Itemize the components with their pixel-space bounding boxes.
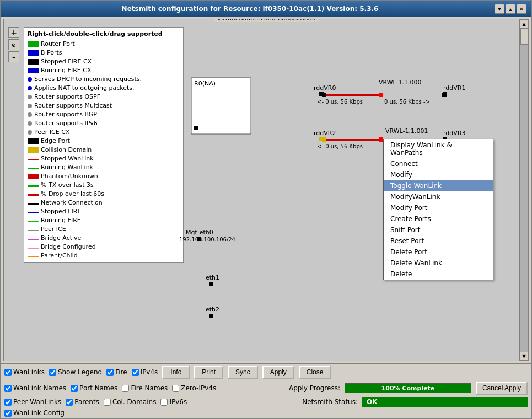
svg-rect-26 (209, 282, 213, 286)
scroll-left-button[interactable]: ◄ (4, 361, 13, 362)
close-button[interactable]: ✕ (517, 4, 526, 14)
ipv6s-label: IPv6s (169, 398, 187, 406)
svg-rect-11 (442, 93, 447, 97)
context-menu-create-ports[interactable]: Create Ports (384, 213, 493, 224)
apply-progress-value: 100% Complete (381, 385, 435, 392)
fire-label: Fire (115, 368, 127, 376)
serves-dhcp-dot (28, 77, 32, 82)
info-button[interactable]: Info (162, 366, 190, 379)
svg-text:eth2: eth2 (206, 306, 219, 313)
zoom-fit-button[interactable]: ⊙ (8, 39, 19, 50)
phantom-swatch (28, 174, 39, 179)
ipv6s-checkbox[interactable] (160, 399, 168, 406)
legend-running-wanlink: Running WanLink (28, 163, 180, 172)
context-menu-modify[interactable]: Modify (384, 169, 493, 180)
wanlink-config-checkbox-label[interactable]: WanLink Config (4, 409, 65, 417)
wanlinks-label: WanLinks (13, 368, 45, 376)
close-button-toolbar[interactable]: Close (299, 366, 331, 379)
ipv4s-label: IPv4s (141, 368, 158, 376)
context-menu-delete-wanlink[interactable]: Delete WanLink (384, 257, 493, 268)
parents-checkbox-label[interactable]: Parents (66, 398, 99, 406)
fire-names-checkbox-label[interactable]: Fire Names (122, 384, 168, 392)
svg-rect-5 (443, 92, 447, 96)
fire-checkbox[interactable] (106, 369, 114, 376)
ipv4s-checkbox[interactable] (132, 369, 139, 376)
wanlink-names-checkbox-label[interactable]: WanLink Names (4, 384, 66, 392)
legend-bgp-label: Router supports BGP (34, 110, 97, 119)
context-menu-connect[interactable]: Connect (384, 158, 493, 169)
legend-ospf-label: Router supports OSPF (34, 93, 100, 101)
zoom-controls: + ⊙ - (8, 27, 19, 62)
legend-bridge-active: Bridge Active (28, 234, 180, 243)
bgp-dot (28, 112, 32, 117)
context-menu-sniff-port[interactable]: Sniff Port (384, 224, 493, 235)
port-names-checkbox-label[interactable]: Port Names (71, 384, 117, 392)
col-domains-checkbox-label[interactable]: Col. Domains (104, 398, 157, 406)
context-menu-display-wanlink[interactable]: Display WanLink & WanPaths (384, 139, 493, 158)
legend-collision-domain-label: Collision Domain (41, 146, 92, 154)
legend-stopped-wanlink-label: Stopped WanLink (41, 154, 94, 163)
context-menu-reset-port[interactable]: Reset Port (384, 235, 493, 246)
wanlink-names-checkbox[interactable] (4, 385, 12, 392)
apply-button[interactable]: Apply (262, 366, 294, 379)
zero-ipv4s-checkbox[interactable] (172, 385, 179, 392)
context-menu-delete-port[interactable]: Delete Port (384, 246, 493, 257)
horizontal-scrollbar[interactable]: ◄ ► (4, 361, 528, 361)
svg-rect-20 (322, 137, 326, 142)
svg-rect-28 (209, 314, 213, 318)
cancel-apply-button[interactable]: Cancel Apply (476, 382, 528, 395)
legend-ipv6-label: Router supports IPv6 (34, 119, 98, 128)
peer-wanlinks-checkbox-label[interactable]: Peer WanLinks (4, 398, 61, 406)
legend-drop-label: % Drop over last 60s (41, 190, 104, 198)
zero-ipv4s-checkbox-label[interactable]: Zero-IPv4s (172, 384, 216, 392)
ipv6s-checkbox-label[interactable]: IPv6s (160, 398, 187, 406)
sync-button[interactable]: Sync (228, 366, 258, 379)
bridge-active-swatch (28, 239, 39, 240)
showlegend-checkbox[interactable] (49, 369, 56, 376)
scroll-horiz-track[interactable] (13, 361, 519, 362)
parents-checkbox[interactable] (66, 399, 73, 406)
stopped-fire-cx-swatch (28, 59, 39, 65)
context-menu-modify-wanlink[interactable]: ModifyWanLink (384, 191, 493, 202)
parents-label: Parents (74, 398, 99, 406)
zoom-in-button[interactable]: + (8, 27, 19, 38)
peer-ice-swatch (28, 230, 39, 231)
print-button[interactable]: Print (194, 366, 223, 379)
title-bar: Netsmith configuration for Resource: lf0… (1, 1, 531, 17)
legend-multicast: Router supports Multicast (28, 101, 180, 110)
wanlinks-checkbox[interactable] (4, 369, 12, 376)
minimize-button[interactable]: ▾ (495, 4, 504, 14)
wanlink-config-label: WanLink Config (13, 409, 65, 417)
toolbar-row-3: Peer WanLinks Parents Col. Domains IPv6s… (1, 396, 531, 408)
legend-ospf: Router supports OSPF (28, 93, 180, 101)
parent-child-swatch (28, 256, 39, 257)
network-canvas[interactable]: + ⊙ - Right-click/double-click/drag supp… (4, 19, 528, 361)
wanlink-config-checkbox[interactable] (4, 410, 12, 417)
legend-b-ports: B Ports (28, 49, 180, 57)
col-domains-checkbox[interactable] (104, 399, 111, 406)
showlegend-checkbox-label[interactable]: Show Legend (49, 368, 102, 376)
svg-rect-21 (379, 137, 383, 142)
wanlinks-checkbox-label[interactable]: WanLinks (4, 368, 45, 376)
scroll-right-button[interactable]: ► (519, 361, 528, 362)
svg-rect-2 (194, 126, 198, 130)
legend-bridge-active-label: Bridge Active (41, 234, 81, 243)
port-names-checkbox[interactable] (71, 385, 78, 392)
legend-network-connection: Network Connection (28, 198, 180, 207)
maximize-button[interactable]: ▴ (506, 4, 515, 14)
ipv4s-checkbox-label[interactable]: IPv4s (132, 368, 158, 376)
zoom-out-button[interactable]: - (8, 51, 19, 62)
fire-names-checkbox[interactable] (122, 385, 129, 392)
legend-running-fire-label: Running FIRE (41, 216, 81, 225)
running-wanlink-swatch (28, 168, 39, 169)
context-menu-delete[interactable]: Delete (384, 268, 493, 280)
fire-checkbox-label[interactable]: Fire (106, 368, 127, 376)
stopped-wanlink-swatch (28, 159, 39, 160)
legend-running-fire-cx-label: Running FIRE CX (41, 66, 91, 75)
context-menu-modify-port[interactable]: Modify Port (384, 202, 493, 213)
zero-ipv4s-label: Zero-IPv4s (181, 384, 216, 392)
svg-text:192.168.100.106/24: 192.168.100.106/24 (179, 237, 235, 243)
peer-wanlinks-checkbox[interactable] (4, 399, 12, 406)
legend-serves-dhcp-label: Serves DHCP to incoming requests. (34, 75, 142, 84)
context-menu-toggle-wanlink[interactable]: Toggle WanLink (384, 180, 493, 191)
